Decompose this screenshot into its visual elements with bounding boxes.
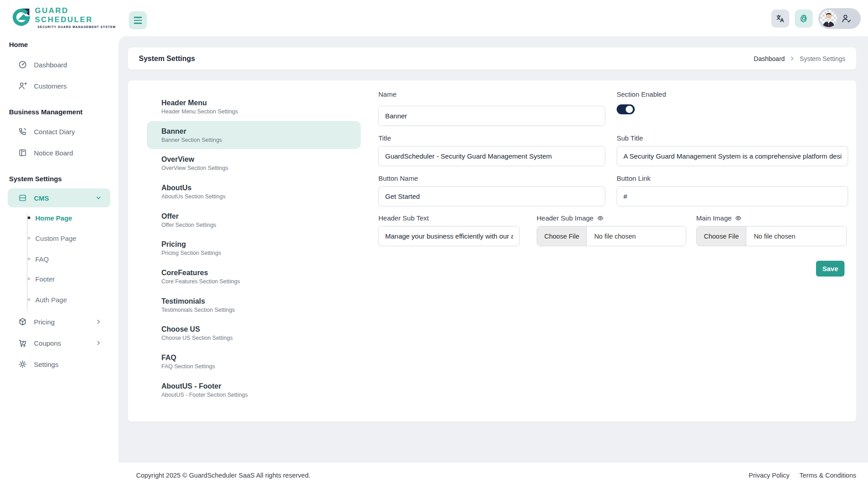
- bullet-icon: [28, 216, 30, 219]
- sidebar-item-cms[interactable]: CMS: [8, 188, 110, 207]
- bullet-icon: [28, 258, 30, 260]
- name-label: Name: [378, 90, 396, 98]
- brand-name: GUARD SCHEDULER: [35, 6, 118, 24]
- eye-icon[interactable]: [597, 215, 604, 221]
- package-icon: [18, 317, 27, 326]
- sidebar-subitem-home-page[interactable]: Home Page: [0, 210, 118, 226]
- sub-title-label: Sub Title: [617, 134, 643, 142]
- file-status-text: No file chosen: [746, 233, 795, 240]
- sidebar-subitem-custom-page[interactable]: Custom Page: [0, 230, 118, 246]
- app-logo[interactable]: GUARD SCHEDULER SECURITY GUARD MANAGEMEN…: [11, 6, 118, 28]
- choose-file-button[interactable]: Choose File: [697, 226, 746, 246]
- sidebar-toggle-button[interactable]: [129, 11, 147, 29]
- sidebar-item-customers[interactable]: Customers: [0, 77, 118, 95]
- breadcrumb-dashboard[interactable]: Dashboard: [754, 55, 785, 62]
- header-sub-image-label: Header Sub Image: [537, 214, 604, 222]
- cms-sections-list: Header Menu Header Menu Section Settings…: [147, 93, 361, 404]
- sidebar-item-notice-board[interactable]: Notice Board: [0, 144, 118, 162]
- section-item-choose-us[interactable]: Choose US Choose US Section Settings: [147, 319, 361, 348]
- cms-icon: [18, 193, 27, 202]
- header-sub-text-input[interactable]: [378, 226, 520, 246]
- bullet-icon: [28, 298, 30, 301]
- section-item-offer[interactable]: Offer Offer Section Settings: [147, 206, 361, 235]
- main-image-file-input[interactable]: Choose File No file chosen: [696, 226, 847, 246]
- sidebar: GUARD SCHEDULER SECURITY GUARD MANAGEMEN…: [0, 0, 118, 488]
- section-item-aboutus[interactable]: AboutUs AboutUs Section Settings: [147, 178, 361, 206]
- eye-icon[interactable]: [735, 215, 741, 221]
- section-enabled-label: Section Enabled: [617, 90, 666, 98]
- button-name-input[interactable]: [378, 186, 605, 206]
- button-link-label: Button Link: [617, 174, 651, 182]
- sidebar-item-coupons[interactable]: Coupons: [0, 334, 118, 352]
- section-item-pricing[interactable]: Pricing Pricing Section Settings: [147, 234, 361, 263]
- dashboard-icon: [18, 60, 27, 69]
- user-plus-icon: [18, 81, 27, 90]
- section-item-banner[interactable]: Banner Banner Section Settings: [147, 121, 361, 150]
- chevron-right-icon: [789, 56, 795, 61]
- chevron-right-icon: [95, 340, 102, 346]
- hamburger-icon: [134, 17, 142, 18]
- bullet-icon: [28, 277, 30, 280]
- breadcrumb: Dashboard System Settings: [754, 55, 845, 62]
- gear-icon: [799, 14, 809, 23]
- button-link-input[interactable]: [617, 186, 848, 206]
- title-label: Title: [378, 134, 391, 142]
- save-button[interactable]: Save: [816, 261, 844, 277]
- section-enabled-toggle[interactable]: [617, 104, 635, 114]
- section-item-header-menu[interactable]: Header Menu Header Menu Section Settings: [147, 93, 361, 121]
- section-item-aboutus-footer[interactable]: AboutUS - Footer AboutUS - Footer Sectio…: [147, 376, 361, 404]
- sidebar-item-settings[interactable]: Settings: [0, 355, 118, 373]
- gear-icon: [18, 360, 27, 369]
- page-title-bar: System Settings Dashboard System Setting…: [128, 47, 856, 70]
- brand-tagline: SECURITY GUARD MANAGEMENT SYSTEM: [35, 25, 118, 28]
- translate-icon: [776, 14, 785, 23]
- topbar-actions: [771, 7, 861, 30]
- privacy-policy-link[interactable]: Privacy Policy: [749, 472, 789, 479]
- title-input[interactable]: [378, 146, 605, 166]
- user-avatar: [820, 10, 837, 27]
- choose-file-button[interactable]: Choose File: [537, 226, 587, 246]
- section-item-overview[interactable]: OverView OverView Section Settings: [147, 149, 361, 178]
- sidebar-section-home: Home: [9, 41, 28, 48]
- sidebar-item-pricing[interactable]: Pricing: [0, 313, 118, 331]
- sidebar-item-contact-diary[interactable]: Contact Diary: [0, 122, 118, 141]
- file-status-text: No file chosen: [587, 233, 636, 240]
- breadcrumb-current: System Settings: [800, 55, 845, 62]
- button-name-label: Button Name: [378, 174, 418, 182]
- language-button[interactable]: [771, 9, 789, 28]
- bullet-icon: [28, 237, 30, 239]
- sidebar-item-dashboard[interactable]: Dashboard: [0, 56, 118, 74]
- section-item-faq[interactable]: FAQ FAQ Section Settings: [147, 347, 361, 376]
- sub-title-input[interactable]: [617, 146, 848, 166]
- sidebar-subitem-faq[interactable]: FAQ: [0, 251, 118, 267]
- name-input[interactable]: [378, 106, 605, 126]
- settings-button[interactable]: [795, 9, 813, 28]
- terms-link[interactable]: Terms & Conditions: [799, 472, 856, 479]
- header-sub-image-file-input[interactable]: Choose File No file chosen: [537, 226, 686, 246]
- header-sub-text-label: Header Sub Text: [378, 214, 429, 222]
- chevron-right-icon: [95, 319, 102, 325]
- settings-card: Header Menu Header Menu Section Settings…: [128, 80, 856, 422]
- page-footer: Copyright 2025 © GuardScheduler SaaS All…: [118, 463, 868, 488]
- user-check-icon: [841, 13, 855, 24]
- logo-mark-icon: [11, 7, 31, 28]
- sidebar-section-business: Business Management: [9, 108, 83, 116]
- chevron-down-icon: [95, 195, 102, 201]
- user-menu[interactable]: [818, 8, 861, 29]
- page-title: System Settings: [139, 55, 195, 63]
- phone-icon: [18, 127, 27, 136]
- main-image-label: Main Image: [696, 214, 741, 222]
- section-item-corefeatures[interactable]: CoreFeatures Core Features Section Setti…: [147, 263, 361, 291]
- copyright-text: Copyright 2025 © GuardScheduler SaaS All…: [136, 472, 310, 479]
- sidebar-subitem-footer[interactable]: Footer: [0, 271, 118, 287]
- cart-icon: [18, 338, 27, 347]
- section-item-testimonials[interactable]: Testimonials Testimonials Section Settin…: [147, 291, 361, 319]
- sidebar-subitem-auth-page[interactable]: Auth Page: [0, 291, 118, 308]
- board-icon: [18, 148, 27, 157]
- sidebar-section-system: System Settings: [9, 175, 62, 183]
